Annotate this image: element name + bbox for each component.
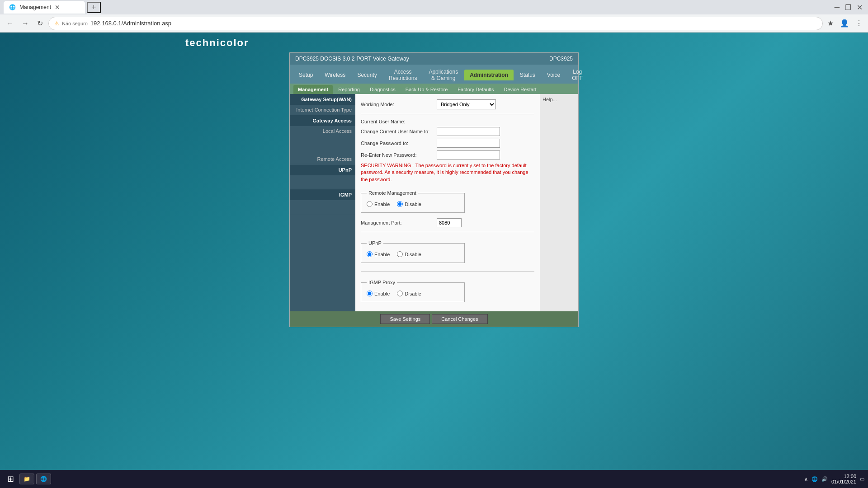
taskbar-app-explorer[interactable]: 📁	[19, 474, 34, 484]
sidebar-section-upnp: UPnP	[290, 164, 355, 189]
tab-status[interactable]: Status	[514, 70, 541, 80]
change-username-input[interactable]	[437, 127, 500, 136]
help-panel: Help...	[540, 94, 578, 311]
subtab-backup[interactable]: Back Up & Restore	[401, 85, 453, 94]
start-button[interactable]: ⊞	[4, 472, 18, 486]
remote-disable-radio[interactable]	[397, 201, 403, 207]
subtab-factory[interactable]: Factory Defaults	[453, 85, 498, 94]
tab-favicon: 🌐	[9, 4, 16, 10]
taskbar-volume-icon[interactable]: 🔊	[821, 476, 828, 482]
taskbar-time-display: 12:00	[831, 474, 856, 479]
restore-button[interactable]: ❐	[843, 1, 853, 14]
tab-logoff[interactable]: Log OFF	[566, 66, 588, 84]
main-panel: DPC3925 DOCSIS 3.0 2-PORT Voice Gateway …	[289, 52, 579, 327]
menu-button[interactable]: ⋮	[854, 17, 864, 29]
browser-tab[interactable]: 🌐 Management ✕	[4, 1, 85, 14]
upnp-radio-group: Enable Disable	[367, 249, 459, 259]
reenter-password-input[interactable]	[437, 150, 500, 160]
tab-administration[interactable]: Administration	[464, 70, 514, 80]
taskbar-app-browser[interactable]: 🌐	[36, 474, 51, 484]
remote-management-radio-group: Enable Disable	[367, 199, 459, 209]
sidebar-item-remote-access[interactable]: Remote Access	[290, 154, 355, 164]
cancel-changes-button[interactable]: Cancel Changes	[432, 314, 487, 324]
upnp-enable-radio[interactable]	[367, 251, 373, 257]
change-password-input[interactable]	[437, 139, 500, 148]
new-tab-button[interactable]: +	[87, 2, 101, 13]
device-model-full: DPC3925 DOCSIS 3.0 2-PORT Voice Gateway	[295, 56, 409, 62]
device-model-short: DPC3925	[549, 56, 573, 62]
upnp-disable-label[interactable]: Disable	[397, 251, 421, 257]
change-username-label: Change Current User Name to:	[361, 129, 433, 134]
remote-enable-radio[interactable]	[367, 201, 373, 207]
taskbar-clock[interactable]: 12:00 01/01/2021	[831, 474, 856, 484]
tab-setup[interactable]: Setup	[293, 70, 318, 80]
browser-chrome: 🌐 Management ✕ + ─ ❐ ✕ ← → ↻ ⚠ Não segur…	[0, 0, 868, 33]
sidebar-section-gateway-setup: Gateway Setup(WAN) Internet Connection T…	[290, 94, 355, 115]
router-background: technicolor DPC3925 DOCSIS 3.0 2-PORT Vo…	[0, 33, 868, 488]
brand-logo: technicolor	[185, 37, 249, 49]
tab-title: Management	[19, 4, 51, 10]
igmp-disable-radio[interactable]	[397, 291, 403, 296]
back-button[interactable]: ←	[4, 18, 16, 29]
remote-enable-label[interactable]: Enable	[367, 201, 390, 207]
tab-close-button[interactable]: ✕	[55, 4, 60, 11]
address-text[interactable]: 192.168.0.1/Administration.asp	[90, 20, 817, 27]
sidebar-item-spacer1	[290, 136, 355, 145]
management-port-label: Management Port:	[361, 220, 433, 225]
igmp-disable-text: Disable	[405, 291, 421, 296]
remote-enable-text: Enable	[374, 202, 390, 207]
bookmark-button[interactable]: ★	[826, 17, 835, 29]
working-mode-select[interactable]: Bridged Only Residential Gateway	[437, 99, 496, 109]
reenter-password-label: Re-Enter New Password:	[361, 152, 433, 158]
tab-applications-gaming[interactable]: Applications& Gaming	[423, 66, 463, 84]
upnp-disable-radio[interactable]	[397, 251, 403, 257]
close-button[interactable]: ✕	[855, 1, 864, 14]
subtab-restart[interactable]: Device Restart	[499, 85, 541, 94]
igmp-enable-radio[interactable]	[367, 291, 373, 296]
sidebar-header-igmp: IGMP	[290, 189, 355, 200]
tab-security[interactable]: Security	[352, 70, 382, 80]
subtab-reporting[interactable]: Reporting	[334, 85, 364, 94]
upnp-legend: UPnP	[367, 240, 383, 246]
remote-management-fieldset: Remote Management Enable Disable	[361, 190, 465, 213]
taskbar: ⊞ 📁 🌐 ∧ 🌐 🔊 12:00 01/01/2021 ▭	[0, 470, 868, 488]
igmp-fieldset: IGMP Proxy Enable Disable	[361, 280, 465, 302]
divider-2	[361, 232, 534, 232]
igmp-disable-label[interactable]: Disable	[397, 291, 421, 296]
minimize-button[interactable]: ─	[833, 1, 841, 13]
refresh-button[interactable]: ↻	[34, 17, 46, 29]
upnp-enable-label[interactable]: Enable	[367, 251, 390, 257]
sidebar-section-gateway-access: Gateway Access Local Access Remote Acces…	[290, 115, 355, 164]
profile-button[interactable]: 👤	[838, 17, 851, 29]
current-user-row: Current User Name:	[361, 119, 534, 124]
tab-access-restrictions[interactable]: AccessRestrictions	[383, 66, 423, 84]
subtab-management[interactable]: Management	[293, 85, 333, 94]
forward-button[interactable]: →	[19, 18, 32, 29]
browser-titlebar: 🌐 Management ✕ + ─ ❐ ✕	[0, 0, 868, 14]
content-wrapper: Gateway Setup(WAN) Internet Connection T…	[290, 94, 578, 311]
taskbar-chevron-icon[interactable]: ∧	[804, 476, 808, 482]
sidebar: Gateway Setup(WAN) Internet Connection T…	[290, 94, 355, 311]
insecure-label: Não seguro	[62, 21, 88, 26]
sub-nav-tabs: Management Reporting Diagnostics Back Up…	[290, 84, 578, 94]
management-port-input[interactable]	[437, 218, 462, 227]
taskbar-right: ∧ 🌐 🔊 12:00 01/01/2021 ▭	[804, 474, 864, 484]
address-bar[interactable]: ⚠ Não seguro 192.168.0.1/Administration.…	[48, 17, 823, 30]
change-username-row: Change Current User Name to:	[361, 127, 534, 136]
taskbar-show-desktop-icon[interactable]: ▭	[860, 476, 864, 482]
remote-disable-label[interactable]: Disable	[397, 201, 421, 207]
save-settings-button[interactable]: Save Settings	[380, 314, 430, 324]
security-warning-text: SECURITY WARNING - The password is curre…	[361, 162, 534, 183]
sidebar-item-internet-connection[interactable]: Internet Connection Type	[290, 105, 355, 115]
upnp-enable-text: Enable	[374, 252, 390, 257]
igmp-enable-label[interactable]: Enable	[367, 291, 390, 296]
bottom-bar: Save Settings Cancel Changes	[290, 311, 578, 327]
upnp-fieldset: UPnP Enable Disable	[361, 240, 465, 263]
working-mode-label: Working Mode:	[361, 102, 433, 107]
sidebar-item-local-access[interactable]: Local Access	[290, 126, 355, 136]
browser-icon: 🌐	[40, 476, 47, 482]
divider-1	[361, 114, 534, 114]
tab-voice[interactable]: Voice	[542, 70, 566, 80]
subtab-diagnostics[interactable]: Diagnostics	[365, 85, 400, 94]
tab-wireless[interactable]: Wireless	[319, 70, 351, 80]
